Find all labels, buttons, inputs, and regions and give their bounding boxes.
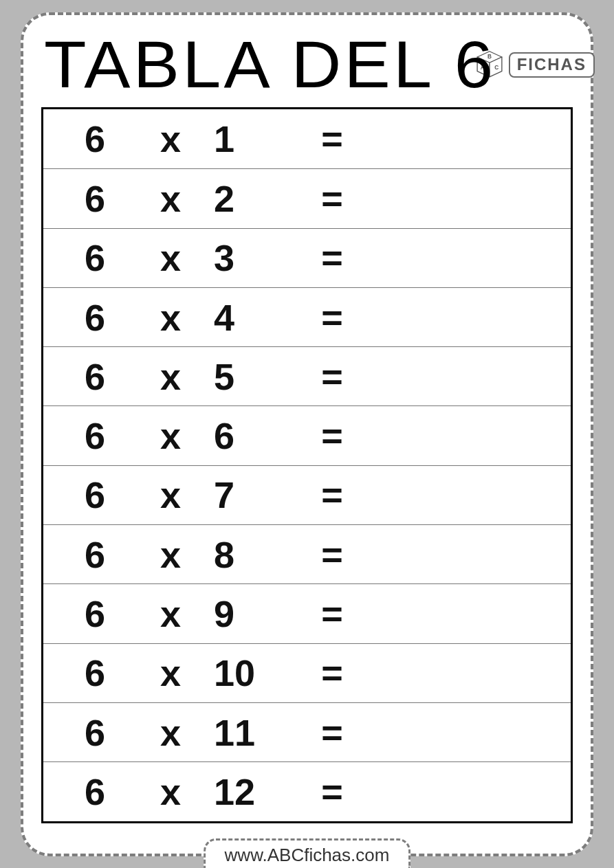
equals-symbol: = bbox=[291, 296, 373, 339]
table-row: 6 x 7 = bbox=[43, 465, 571, 524]
multiplier: 9 bbox=[208, 592, 291, 635]
page-title: TABLA DEL 6 bbox=[44, 32, 496, 98]
brand-name: FICHAS bbox=[509, 52, 595, 78]
table-row: 6 x 9 = bbox=[43, 583, 571, 643]
multiplicand: 6 bbox=[43, 236, 133, 279]
times-symbol: x bbox=[133, 533, 208, 576]
footer-url: www.ABCfichas.com bbox=[204, 838, 411, 868]
table-row: 6 x 1 = bbox=[43, 109, 571, 168]
table-row: 6 x 11 = bbox=[43, 702, 571, 761]
multiplicand: 6 bbox=[43, 592, 133, 635]
equals-symbol: = bbox=[291, 592, 373, 635]
times-symbol: x bbox=[133, 355, 208, 398]
times-symbol: x bbox=[133, 770, 208, 813]
equals-symbol: = bbox=[291, 118, 373, 160]
times-symbol: x bbox=[133, 592, 208, 635]
table-row: 6 x 10 = bbox=[43, 643, 571, 702]
table-row: 6 x 4 = bbox=[43, 287, 571, 346]
worksheet-sheet: TABLA DEL 6 B A C FICHAS 6 x 1 = 6 bbox=[21, 12, 593, 856]
table-row: 6 x 3 = bbox=[43, 228, 571, 287]
times-symbol: x bbox=[133, 652, 208, 694]
multiplicand: 6 bbox=[43, 296, 133, 339]
multiplier: 8 bbox=[208, 533, 291, 576]
multiplicand: 6 bbox=[43, 770, 133, 813]
multiplier: 3 bbox=[208, 236, 291, 279]
equals-symbol: = bbox=[291, 770, 373, 813]
multiplicand: 6 bbox=[43, 533, 133, 576]
multiplier: 5 bbox=[208, 355, 291, 398]
multiplier: 12 bbox=[208, 770, 291, 813]
equals-symbol: = bbox=[291, 652, 373, 694]
header: TABLA DEL 6 B A C FICHAS bbox=[41, 27, 573, 104]
equals-symbol: = bbox=[291, 177, 373, 220]
multiplier: 11 bbox=[208, 711, 291, 754]
multiplicand: 6 bbox=[43, 177, 133, 220]
table-row: 6 x 6 = bbox=[43, 405, 571, 465]
multiplier: 10 bbox=[208, 652, 291, 694]
equals-symbol: = bbox=[291, 711, 373, 754]
equals-symbol: = bbox=[291, 236, 373, 279]
equals-symbol: = bbox=[291, 533, 373, 576]
equals-symbol: = bbox=[291, 414, 373, 457]
multiplier: 1 bbox=[208, 118, 291, 160]
times-symbol: x bbox=[133, 177, 208, 220]
multiplier: 4 bbox=[208, 296, 291, 339]
multiplicand: 6 bbox=[43, 652, 133, 694]
times-symbol: x bbox=[133, 236, 208, 279]
multiplication-table: 6 x 1 = 6 x 2 = 6 x 3 = 6 x 4 = 6 bbox=[41, 107, 573, 823]
times-symbol: x bbox=[133, 414, 208, 457]
times-symbol: x bbox=[133, 474, 208, 516]
multiplier: 6 bbox=[208, 414, 291, 457]
multiplicand: 6 bbox=[43, 711, 133, 754]
times-symbol: x bbox=[133, 711, 208, 754]
times-symbol: x bbox=[133, 118, 208, 160]
table-row: 6 x 5 = bbox=[43, 346, 571, 405]
multiplier: 2 bbox=[208, 177, 291, 220]
multiplier: 7 bbox=[208, 474, 291, 516]
multiplicand: 6 bbox=[43, 355, 133, 398]
table-row: 6 x 8 = bbox=[43, 524, 571, 583]
multiplicand: 6 bbox=[43, 474, 133, 516]
equals-symbol: = bbox=[291, 474, 373, 516]
table-row: 6 x 12 = bbox=[43, 761, 571, 821]
multiplicand: 6 bbox=[43, 118, 133, 160]
multiplicand: 6 bbox=[43, 414, 133, 457]
times-symbol: x bbox=[133, 296, 208, 339]
equals-symbol: = bbox=[291, 355, 373, 398]
table-row: 6 x 2 = bbox=[43, 168, 571, 227]
